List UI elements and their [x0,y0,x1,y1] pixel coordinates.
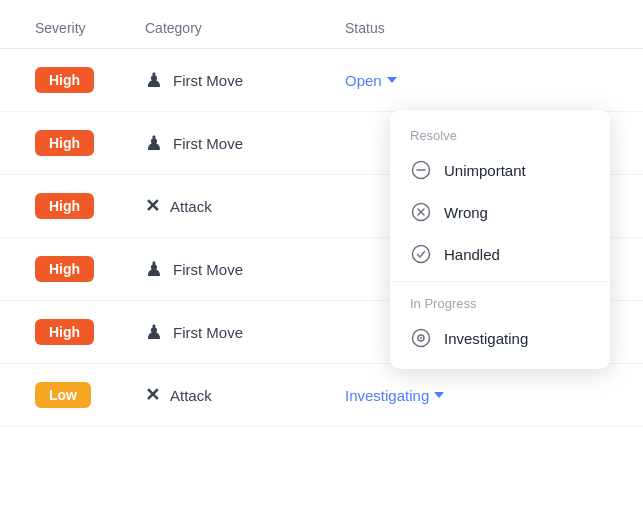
severity-badge-high: High [35,193,94,219]
category-cell: ✕ Attack [145,384,345,406]
investigating-label: Investigating [444,330,528,347]
category-cell: ♟ First Move [145,320,345,344]
category-cell: ♟ First Move [145,257,345,281]
attack-icon: ✕ [145,195,160,217]
in-progress-section-label: In Progress [390,288,610,317]
category-header: Category [145,20,345,36]
handled-label: Handled [444,246,500,263]
wrong-option[interactable]: Wrong [390,191,610,233]
handled-option[interactable]: Handled [390,233,610,275]
table-header: Severity Category Status [0,10,643,49]
category-label: First Move [173,72,243,89]
chevron-down-icon [434,392,444,398]
svg-point-5 [413,246,430,263]
severity-header: Severity [35,20,145,36]
first-move-icon: ♟ [145,131,163,155]
category-cell: ✕ Attack [145,195,345,217]
status-investigating-button[interactable]: Investigating [345,387,545,404]
severity-badge-high: High [35,256,94,282]
status-dropdown: Resolve Unimportant Wrong Handled [390,110,610,369]
severity-badge-high: High [35,67,94,93]
status-header: Status [345,20,545,36]
severity-badge-high: High [35,130,94,156]
severity-badge-low: Low [35,382,91,408]
status-open-label: Open [345,72,382,89]
chevron-down-icon [387,77,397,83]
attack-icon: ✕ [145,384,160,406]
resolve-section-label: Resolve [390,120,610,149]
investigating-icon [410,327,432,349]
category-label: Attack [170,387,212,404]
category-cell: ♟ First Move [145,131,345,155]
category-label: First Move [173,261,243,278]
category-label: First Move [173,324,243,341]
unimportant-option[interactable]: Unimportant [390,149,610,191]
svg-point-8 [420,337,422,339]
unimportant-icon [410,159,432,181]
category-label: First Move [173,135,243,152]
first-move-icon: ♟ [145,68,163,92]
category-cell: ♟ First Move [145,68,345,92]
status-open-button[interactable]: Open [345,72,545,89]
category-label: Attack [170,198,212,215]
unimportant-label: Unimportant [444,162,526,179]
table-row: Low ✕ Attack Investigating [0,364,643,427]
investigating-option[interactable]: Investigating [390,317,610,359]
first-move-icon: ♟ [145,320,163,344]
table-row: High ♟ First Move Open [0,49,643,112]
first-move-icon: ♟ [145,257,163,281]
dropdown-divider [390,281,610,282]
handled-icon [410,243,432,265]
wrong-label: Wrong [444,204,488,221]
wrong-icon [410,201,432,223]
severity-badge-high: High [35,319,94,345]
status-investigating-label: Investigating [345,387,429,404]
